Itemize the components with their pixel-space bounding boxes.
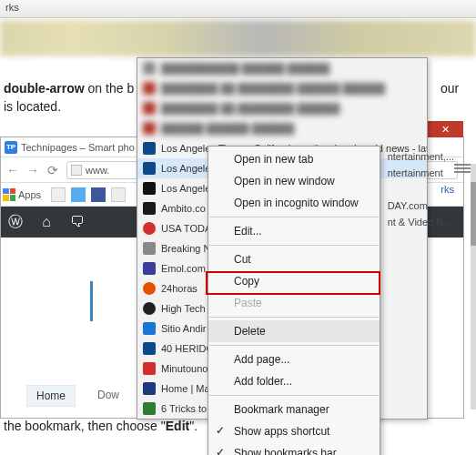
- home-icon[interactable]: ⌂: [37, 213, 56, 231]
- check-icon: ✓: [216, 424, 225, 437]
- ctx-bookmark-manager[interactable]: Bookmark manager: [208, 399, 380, 420]
- latimes-icon: [143, 162, 156, 175]
- hightech-icon: [143, 302, 156, 315]
- latimes-icon: [143, 142, 156, 155]
- check-icon: ✓: [216, 446, 225, 455]
- ctx-add-page[interactable]: Add page...: [208, 349, 380, 370]
- bold-double-arrow: double-arrow: [4, 81, 85, 96]
- six-icon: [143, 402, 156, 415]
- wordpress-icon[interactable]: ⓦ: [6, 213, 25, 231]
- close-button[interactable]: ✕: [427, 121, 463, 137]
- back-button[interactable]: ←: [3, 160, 23, 180]
- forward-button[interactable]: →: [23, 160, 43, 180]
- hamburger-icon[interactable]: [454, 162, 471, 175]
- ctx-open-new-window[interactable]: Open in new window: [208, 170, 380, 192]
- right-overflow-text: ntertainment,... ntertainment rks DAY.co…: [388, 151, 454, 228]
- reload-button[interactable]: ⟳: [43, 160, 63, 180]
- blue-bar: [90, 281, 93, 321]
- home-icon: [143, 382, 156, 395]
- bookmark-icon[interactable]: [51, 187, 66, 202]
- blurred-bookmarks-strip: [0, 20, 476, 56]
- bookmark-icon[interactable]: [111, 187, 126, 202]
- article-text-1: double-arrow on the b our is located.: [4, 80, 134, 116]
- ctx-show-bookmarks-bar[interactable]: ✓Show bookmarks bar: [208, 442, 380, 455]
- bookmark-item-blurred[interactable]: ████████ ██ ████████ ██████ ██████: [137, 78, 427, 98]
- tab-title: Technipages – Smart pho: [21, 142, 135, 153]
- ctx-paste: Paste: [208, 292, 380, 314]
- ctx-copy[interactable]: Copy: [208, 270, 380, 292]
- sitio-icon: [143, 322, 156, 335]
- bookmark-icon[interactable]: [71, 187, 86, 202]
- herido-icon: [143, 342, 156, 355]
- context-menu[interactable]: Open in new tab Open in new window Open …: [208, 146, 380, 455]
- comment-icon[interactable]: 🗨: [68, 213, 86, 231]
- separator: [209, 245, 379, 246]
- bookmark-icon[interactable]: [91, 187, 106, 202]
- file-icon: [71, 165, 82, 176]
- tab-favicon: TP: [5, 141, 17, 154]
- separator: [209, 395, 379, 396]
- site-tabs: Home Dow: [26, 385, 125, 407]
- ctx-delete[interactable]: Delete: [208, 320, 380, 342]
- bn-icon: [143, 242, 156, 255]
- bookmark-item-blurred[interactable]: ███████████ ██████ ██████: [137, 58, 427, 78]
- separator: [209, 217, 379, 217]
- window-chrome-top: rks: [0, 0, 476, 18]
- scrollbar[interactable]: [471, 164, 476, 410]
- minutouno-icon: [143, 362, 156, 375]
- apps-button[interactable]: Apps: [3, 188, 41, 201]
- ctx-cut[interactable]: Cut: [208, 248, 380, 270]
- ctx-open-incognito[interactable]: Open in incognito window: [208, 192, 380, 214]
- article-text-2: the bookmark, then choose "Edit".: [4, 419, 197, 433]
- ctx-edit[interactable]: Edit...: [208, 220, 380, 242]
- emol-icon: [143, 262, 156, 275]
- tab-home[interactable]: Home: [26, 385, 76, 407]
- usatoday-icon: [143, 222, 156, 235]
- separator: [209, 345, 379, 346]
- top-label: rks: [5, 2, 19, 13]
- url-text: www.: [86, 165, 109, 176]
- bookmark-item-blurred[interactable]: ████████ ██ ████████ ██████: [137, 98, 427, 118]
- separator: [209, 317, 379, 318]
- apps-icon: [3, 188, 15, 201]
- tab-dow[interactable]: Dow: [92, 385, 125, 407]
- ctx-add-folder[interactable]: Add folder...: [208, 370, 380, 392]
- ambito-icon: [143, 202, 156, 215]
- ctx-show-apps[interactable]: ✓Show apps shortcut: [208, 420, 380, 442]
- dn-icon: [143, 182, 156, 195]
- ctx-open-new-tab[interactable]: Open in new tab: [208, 148, 380, 170]
- scrollbar-thumb[interactable]: [471, 182, 476, 246]
- 24horas-icon: [143, 282, 156, 295]
- bookmark-item-blurred[interactable]: ██████ ██████ ██████: [137, 118, 427, 138]
